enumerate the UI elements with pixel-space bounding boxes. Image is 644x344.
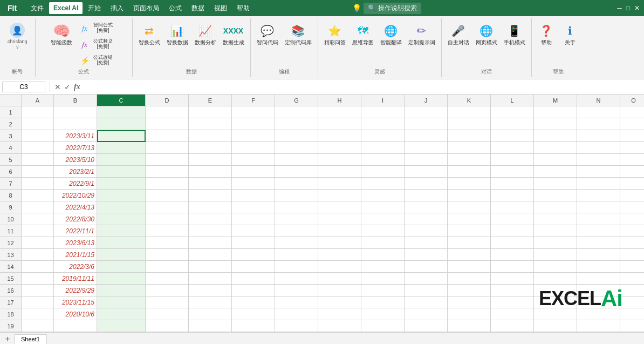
cell-L4[interactable]	[491, 142, 534, 154]
prompt-button[interactable]: ✏ 定制提示词	[406, 21, 438, 48]
cell-G5[interactable]	[275, 154, 318, 166]
cell-C5[interactable]	[97, 154, 146, 166]
cell-H12[interactable]	[318, 237, 361, 249]
cell-A14[interactable]	[22, 261, 54, 273]
cell-L18[interactable]	[491, 308, 534, 320]
cell-H5[interactable]	[318, 154, 361, 166]
cell-J5[interactable]	[405, 154, 448, 166]
row-header-4[interactable]: 4	[0, 142, 22, 154]
cell-O17[interactable]	[620, 296, 644, 308]
cell-L9[interactable]	[491, 201, 534, 213]
cell-B6[interactable]: 2023/2/1	[54, 166, 97, 178]
row-header-8[interactable]: 8	[0, 190, 22, 201]
cell-J1[interactable]	[405, 106, 448, 118]
row-header-3[interactable]: 3	[0, 130, 22, 142]
cell-M3[interactable]	[534, 130, 577, 142]
cell-D5[interactable]	[146, 154, 189, 166]
account-button[interactable]: 👤 chrisfang ∨	[3, 21, 32, 52]
cell-O16[interactable]	[620, 285, 644, 296]
confirm-icon[interactable]: ✓	[64, 83, 71, 91]
cell-D6[interactable]	[146, 166, 189, 178]
cell-B13[interactable]: 2021/1/15	[54, 249, 97, 261]
col-header-l[interactable]: L	[491, 95, 534, 106]
cell-D12[interactable]	[146, 237, 189, 249]
cell-L10[interactable]	[491, 213, 534, 225]
cell-O13[interactable]	[620, 249, 644, 261]
cell-C17[interactable]	[97, 296, 146, 308]
cell-B1[interactable]	[54, 106, 97, 118]
help-button[interactable]: ❓ 帮助	[535, 21, 558, 48]
cell-F2[interactable]	[232, 118, 275, 130]
menu-view[interactable]: 视图	[210, 2, 231, 15]
cell-L16[interactable]	[491, 285, 534, 296]
cell-D17[interactable]	[146, 296, 189, 308]
cell-H17[interactable]	[318, 296, 361, 308]
ask-formula-button[interactable]: 𝑓𝑥 智问公式[免费]	[76, 21, 119, 36]
cell-F14[interactable]	[232, 261, 275, 273]
cell-K17[interactable]	[448, 296, 491, 308]
cell-N2[interactable]	[577, 118, 620, 130]
cell-M11[interactable]	[534, 225, 577, 237]
cell-H10[interactable]	[318, 213, 361, 225]
cell-K14[interactable]	[448, 261, 491, 273]
swap-formula-button[interactable]: ⇄ 智换公式	[136, 21, 163, 48]
row-header-1[interactable]: 1	[0, 106, 22, 118]
cell-K10[interactable]	[448, 213, 491, 225]
row-header-18[interactable]: 18	[0, 308, 22, 320]
cell-D1[interactable]	[146, 106, 189, 118]
cell-K13[interactable]	[448, 249, 491, 261]
cell-G18[interactable]	[275, 308, 318, 320]
cell-N12[interactable]	[577, 237, 620, 249]
cell-H3[interactable]	[318, 130, 361, 142]
cell-C19[interactable]	[97, 320, 146, 332]
search-box[interactable]: 🔍 操作说明搜索	[364, 3, 421, 14]
close-button[interactable]: ✕	[634, 4, 640, 12]
cell-K15[interactable]	[448, 273, 491, 285]
cell-E16[interactable]	[189, 285, 232, 296]
cell-O1[interactable]	[620, 106, 644, 118]
cell-O10[interactable]	[620, 213, 644, 225]
cell-E10[interactable]	[189, 213, 232, 225]
cell-M4[interactable]	[534, 142, 577, 154]
cell-I14[interactable]	[361, 261, 405, 273]
cell-A8[interactable]	[22, 190, 54, 201]
cell-F9[interactable]	[232, 201, 275, 213]
auto-dialog-button[interactable]: 🎤 自主对话	[445, 21, 472, 48]
cell-C7[interactable]	[97, 178, 146, 190]
cell-I19[interactable]	[361, 320, 405, 332]
cell-L8[interactable]	[491, 190, 534, 201]
cell-C10[interactable]	[97, 213, 146, 225]
cell-B8[interactable]: 2022/10/29	[54, 190, 97, 201]
cell-N3[interactable]	[577, 130, 620, 142]
cell-J6[interactable]	[405, 166, 448, 178]
cell-G14[interactable]	[275, 261, 318, 273]
cell-L5[interactable]	[491, 154, 534, 166]
menu-data[interactable]: 数据	[187, 2, 209, 15]
cell-A5[interactable]	[22, 154, 54, 166]
cell-H1[interactable]	[318, 106, 361, 118]
cell-C15[interactable]	[97, 273, 146, 285]
col-header-j[interactable]: J	[405, 95, 448, 106]
cell-F17[interactable]	[232, 296, 275, 308]
cell-D16[interactable]	[146, 285, 189, 296]
cell-L17[interactable]	[491, 296, 534, 308]
cell-A13[interactable]	[22, 249, 54, 261]
cell-J12[interactable]	[405, 237, 448, 249]
cell-O6[interactable]	[620, 166, 644, 178]
cell-O8[interactable]	[620, 190, 644, 201]
cell-J8[interactable]	[405, 190, 448, 201]
cell-A11[interactable]	[22, 225, 54, 237]
cell-K1[interactable]	[448, 106, 491, 118]
cell-L7[interactable]	[491, 178, 534, 190]
maximize-button[interactable]: □	[626, 4, 630, 12]
cell-C4[interactable]	[97, 142, 146, 154]
col-header-e[interactable]: E	[189, 95, 232, 106]
row-header-14[interactable]: 14	[0, 261, 22, 273]
col-header-b[interactable]: B	[54, 95, 97, 106]
col-header-f[interactable]: F	[232, 95, 275, 106]
cell-C12[interactable]	[97, 237, 146, 249]
cell-I1[interactable]	[361, 106, 405, 118]
cell-K12[interactable]	[448, 237, 491, 249]
cell-D4[interactable]	[146, 142, 189, 154]
cell-O3[interactable]	[620, 130, 644, 142]
